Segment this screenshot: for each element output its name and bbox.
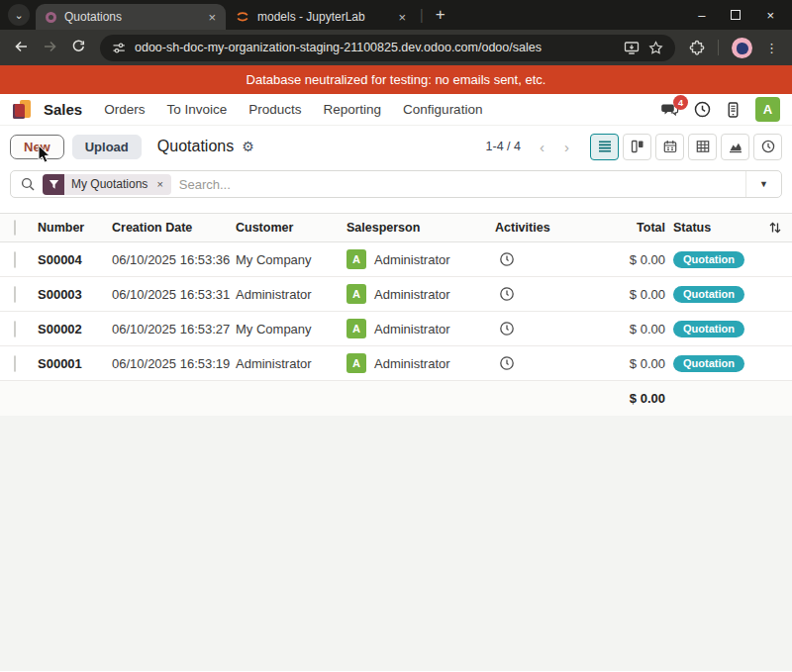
- column-header-creation-date[interactable]: Creation Date: [112, 221, 236, 235]
- search-dropdown-toggle[interactable]: ▼: [745, 171, 781, 197]
- row-number: S00003: [38, 287, 112, 302]
- status-badge: Quotation: [673, 251, 744, 268]
- browser-tab-jupyterlab[interactable]: models - JupyterLab ×: [226, 4, 416, 30]
- table-row[interactable]: S00004 06/10/2025 16:53:36 My Company A …: [0, 242, 792, 277]
- search-bar[interactable]: My Quotations × ▼: [10, 170, 782, 198]
- row-number: S00004: [38, 252, 112, 267]
- odoo-navbar: Sales Orders To Invoice Products Reporti…: [0, 94, 792, 126]
- browser-menu-icon[interactable]: ⋮: [765, 41, 778, 55]
- filter-facet-my-quotations[interactable]: My Quotations ×: [43, 174, 171, 195]
- tab-close-icon[interactable]: ×: [208, 10, 216, 25]
- browser-tab-quotations[interactable]: Quotations ×: [36, 4, 226, 30]
- messages-badge: 4: [673, 95, 688, 110]
- column-header-number[interactable]: Number: [38, 221, 112, 235]
- pager-next-icon[interactable]: ›: [557, 139, 576, 155]
- salesperson-avatar: A: [346, 249, 366, 269]
- bookmark-star-icon[interactable]: [648, 41, 663, 55]
- close-window-button[interactable]: ×: [766, 9, 774, 22]
- salesperson-avatar: A: [346, 284, 366, 304]
- row-customer: Administrator: [236, 356, 346, 371]
- kanban-view-button[interactable]: [623, 134, 651, 160]
- pager-previous-icon[interactable]: ‹: [533, 139, 551, 155]
- activity-clock-icon[interactable]: [499, 321, 515, 336]
- forward-button[interactable]: [43, 40, 57, 56]
- search-input[interactable]: [179, 177, 745, 192]
- activity-clock-icon[interactable]: [499, 355, 515, 371]
- activity-view-button[interactable]: [753, 134, 782, 160]
- row-creation-date: 06/10/2025 16:53:31: [112, 287, 236, 302]
- install-app-icon[interactable]: [624, 41, 640, 55]
- app-menu-sales[interactable]: Sales: [44, 101, 82, 118]
- new-tab-button[interactable]: +: [428, 5, 453, 25]
- menu-products[interactable]: Products: [248, 102, 301, 117]
- row-creation-date: 06/10/2025 16:53:27: [112, 322, 236, 336]
- tab-close-icon[interactable]: ×: [398, 10, 406, 25]
- browser-profile-avatar[interactable]: [732, 38, 752, 58]
- kanban-icon: [631, 140, 644, 153]
- quotations-list: Number Creation Date Customer Salesperso…: [0, 213, 792, 671]
- menu-configuration[interactable]: Configuration: [403, 102, 482, 117]
- row-total: $ 0.00: [594, 287, 665, 302]
- menu-reporting[interactable]: Reporting: [324, 102, 382, 117]
- row-total: $ 0.00: [594, 322, 665, 336]
- sales-app-icon[interactable]: [12, 100, 32, 120]
- tab-title: models - JupyterLab: [257, 10, 390, 24]
- view-switcher: [590, 134, 782, 160]
- graph-view-button[interactable]: [721, 134, 749, 160]
- control-panel: New Upload Quotations ⚙ 1-4 / 4 ‹ ›: [0, 126, 792, 167]
- url-bar[interactable]: odoo-sh-doc-my-organization-staging-2110…: [100, 35, 675, 61]
- column-header-status[interactable]: Status: [665, 221, 762, 235]
- back-button[interactable]: [14, 40, 29, 56]
- table-header: Number Creation Date Customer Salesperso…: [0, 213, 792, 242]
- table-body: S00004 06/10/2025 16:53:36 My Company A …: [0, 242, 792, 381]
- mobile-install-button[interactable]: [726, 102, 741, 118]
- column-header-activities[interactable]: Activities: [495, 221, 594, 235]
- row-checkbox[interactable]: [14, 286, 16, 303]
- extensions-icon[interactable]: [689, 40, 705, 55]
- reload-button[interactable]: [71, 39, 86, 56]
- page-title: Quotations: [157, 138, 234, 155]
- row-checkbox[interactable]: [14, 321, 16, 337]
- search-icon: [21, 177, 35, 191]
- view-settings-gear-icon[interactable]: ⚙: [242, 139, 254, 154]
- adjust-columns-icon[interactable]: [768, 221, 782, 235]
- row-checkbox[interactable]: [14, 355, 16, 372]
- activity-clock-icon[interactable]: [499, 251, 515, 267]
- activity-clock-icon[interactable]: [499, 286, 515, 302]
- minimize-button[interactable]: –: [698, 9, 705, 22]
- site-settings-icon[interactable]: [112, 42, 126, 54]
- user-avatar[interactable]: A: [755, 97, 780, 122]
- table-row[interactable]: S00002 06/10/2025 16:53:27 My Company A …: [0, 312, 792, 346]
- row-customer: My Company: [236, 322, 346, 336]
- row-salesperson: Administrator: [374, 252, 450, 267]
- column-header-total[interactable]: Total: [594, 221, 665, 235]
- row-total: $ 0.00: [594, 356, 665, 371]
- url-text[interactable]: odoo-sh-doc-my-organization-staging-2110…: [135, 41, 615, 54]
- clock-icon: [694, 101, 711, 118]
- mobile-icon: [726, 102, 741, 118]
- row-salesperson: Administrator: [374, 287, 450, 302]
- menu-to-invoice[interactable]: To Invoice: [166, 102, 227, 117]
- maximize-button[interactable]: [731, 10, 741, 20]
- column-header-customer[interactable]: Customer: [236, 221, 346, 235]
- row-number: S00002: [38, 322, 112, 336]
- browser-titlebar: ⌄ Quotations × models - JupyterLab × | +…: [0, 0, 792, 30]
- table-row[interactable]: S00003 06/10/2025 16:53:31 Administrator…: [0, 277, 792, 312]
- column-header-salesperson[interactable]: Salesperson: [346, 221, 495, 235]
- menu-orders[interactable]: Orders: [104, 102, 145, 117]
- status-badge: Quotation: [673, 286, 744, 303]
- activities-button[interactable]: [694, 101, 711, 118]
- select-all-checkbox[interactable]: [14, 220, 16, 236]
- messages-button[interactable]: 4: [660, 101, 679, 118]
- tab-search-button[interactable]: ⌄: [8, 4, 30, 26]
- filter-remove-icon[interactable]: ×: [154, 178, 170, 190]
- list-view-button[interactable]: [590, 134, 619, 160]
- odoo-favicon: [46, 12, 56, 23]
- table-row[interactable]: S00001 06/10/2025 16:53:19 Administrator…: [0, 346, 792, 381]
- pivot-view-button[interactable]: [688, 134, 717, 160]
- upload-button[interactable]: Upload: [72, 135, 142, 159]
- banner-text: Database neutralized for testing: no ema…: [247, 72, 546, 87]
- calendar-view-button[interactable]: [655, 134, 684, 160]
- filter-label: My Quotations: [64, 177, 154, 191]
- row-checkbox[interactable]: [14, 251, 16, 268]
